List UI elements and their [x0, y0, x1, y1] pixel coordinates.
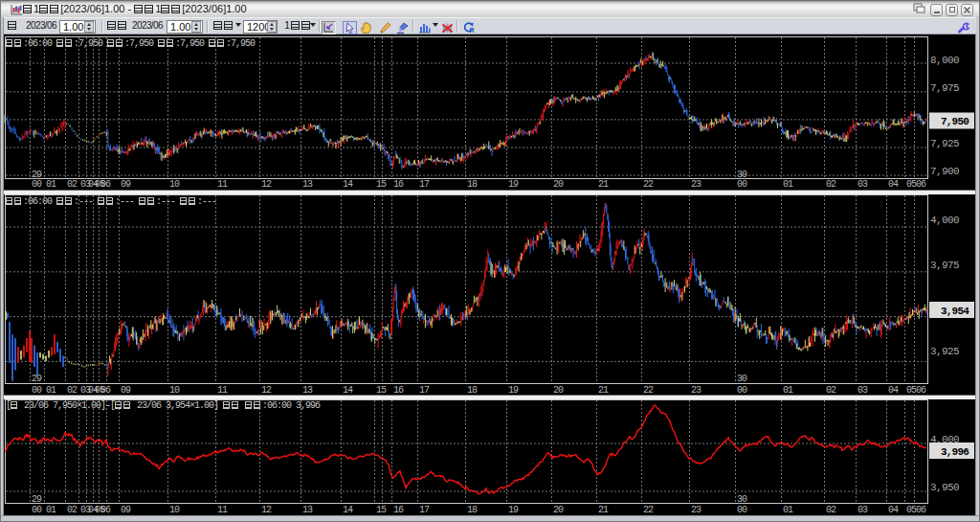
svg-text:11: 11	[217, 505, 228, 515]
svg-text:16: 16	[393, 385, 404, 396]
svg-text:02: 02	[826, 385, 836, 396]
svg-text:13: 13	[302, 385, 313, 396]
svg-text:03: 03	[858, 179, 868, 190]
svg-text:15: 15	[376, 179, 387, 190]
svg-text:02: 02	[826, 505, 836, 515]
svg-text:10: 10	[169, 505, 180, 515]
svg-text:23: 23	[691, 505, 702, 515]
svg-text:09: 09	[121, 505, 131, 515]
svg-text:02: 02	[826, 179, 836, 190]
svg-text:14: 14	[343, 385, 353, 396]
svg-text:00: 00	[32, 385, 42, 396]
svg-text:29: 29	[32, 170, 42, 180]
svg-text:06: 06	[100, 385, 111, 396]
svg-text:19: 19	[508, 505, 519, 515]
svg-text:8,000: 8,000	[930, 55, 959, 66]
svg-text:14: 14	[343, 505, 353, 515]
svg-text:R: R	[470, 27, 475, 34]
svg-text:29: 29	[32, 494, 42, 505]
svg-text:01: 01	[46, 179, 56, 190]
svg-text:7,950: 7,950	[941, 116, 969, 127]
svg-text:00: 00	[32, 505, 42, 515]
svg-text:18: 18	[467, 505, 478, 515]
svg-text:06: 06	[916, 385, 926, 396]
svg-text:3,925: 3,925	[930, 346, 959, 357]
svg-text:3,996: 3,996	[941, 446, 969, 458]
svg-text:09: 09	[121, 385, 131, 396]
svg-text:23: 23	[691, 179, 702, 190]
svg-text:14: 14	[343, 179, 353, 190]
svg-text:04: 04	[888, 179, 899, 190]
svg-text:22: 22	[643, 505, 654, 515]
svg-text:01: 01	[783, 505, 793, 515]
svg-text:30: 30	[737, 494, 747, 505]
svg-text:10: 10	[169, 179, 180, 190]
svg-text:20: 20	[553, 385, 564, 396]
svg-text:21: 21	[598, 505, 609, 515]
svg-text:00: 00	[737, 179, 747, 190]
svg-text:12: 12	[261, 505, 272, 515]
svg-text:15: 15	[376, 385, 387, 396]
svg-text:03: 03	[858, 505, 868, 515]
svg-text:06: 06	[100, 505, 111, 515]
svg-text:03: 03	[858, 385, 868, 396]
svg-text:01: 01	[783, 385, 793, 396]
svg-text:16: 16	[393, 179, 404, 190]
svg-text:7,975: 7,975	[930, 82, 959, 94]
svg-text:23: 23	[691, 385, 702, 396]
svg-text:3,954: 3,954	[941, 306, 969, 317]
svg-text:7,925: 7,925	[930, 138, 959, 149]
svg-text:04: 04	[888, 385, 899, 396]
svg-text:16: 16	[393, 505, 404, 515]
svg-text:06: 06	[100, 179, 111, 190]
svg-text:19: 19	[508, 385, 519, 396]
svg-text:10: 10	[169, 385, 180, 396]
svg-text:30: 30	[737, 170, 747, 180]
svg-text:3,975: 3,975	[930, 260, 959, 271]
svg-text:06: 06	[916, 179, 926, 190]
svg-text:12: 12	[261, 179, 272, 190]
svg-text:02: 02	[67, 505, 78, 515]
svg-text:17: 17	[419, 179, 430, 190]
svg-text:06: 06	[916, 505, 926, 515]
svg-text:7,900: 7,900	[930, 166, 959, 177]
svg-text:11: 11	[217, 385, 228, 396]
svg-text:00: 00	[32, 179, 42, 190]
svg-text:15: 15	[376, 505, 387, 515]
svg-text:00: 00	[737, 505, 747, 515]
svg-text:12: 12	[261, 385, 272, 396]
svg-text:21: 21	[598, 179, 609, 190]
svg-text:4,000: 4,000	[930, 215, 959, 226]
svg-text:02: 02	[67, 385, 78, 396]
svg-text:17: 17	[419, 505, 430, 515]
svg-text:04: 04	[888, 505, 899, 515]
svg-text:17: 17	[419, 385, 430, 396]
svg-text:13: 13	[302, 505, 313, 515]
svg-text:13: 13	[302, 179, 313, 190]
svg-text:30: 30	[737, 374, 747, 384]
svg-text:18: 18	[467, 385, 478, 396]
svg-text:29: 29	[32, 374, 42, 384]
svg-text:19: 19	[508, 179, 519, 190]
svg-text:00: 00	[737, 385, 747, 396]
svg-text:01: 01	[46, 385, 56, 396]
svg-text:01: 01	[46, 505, 56, 515]
svg-text:20: 20	[553, 505, 564, 515]
svg-text:20: 20	[553, 179, 564, 190]
svg-text:11: 11	[217, 179, 228, 190]
svg-text:22: 22	[643, 385, 654, 396]
svg-text:22: 22	[643, 179, 654, 190]
svg-text:02: 02	[67, 179, 78, 190]
svg-text:18: 18	[467, 179, 478, 190]
svg-text:3,950: 3,950	[930, 482, 959, 493]
svg-text:09: 09	[121, 179, 131, 190]
svg-text:01: 01	[783, 179, 793, 190]
svg-text:21: 21	[598, 385, 609, 396]
